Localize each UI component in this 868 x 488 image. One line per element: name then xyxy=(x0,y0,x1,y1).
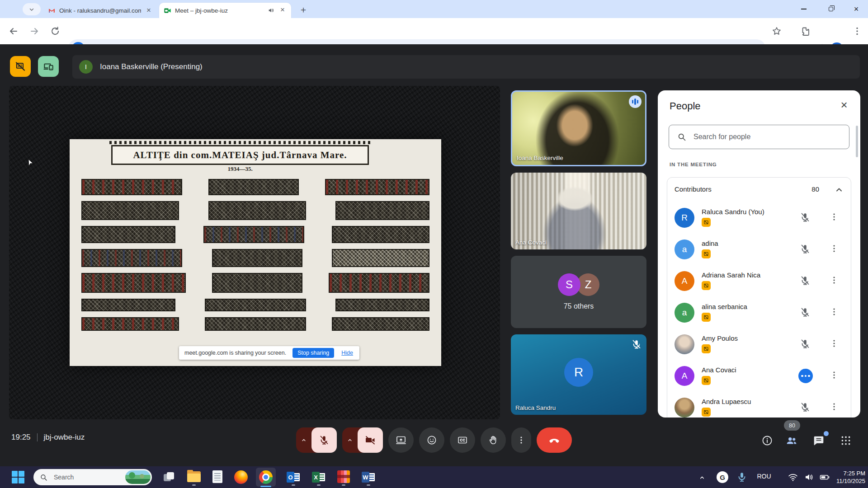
textile-row xyxy=(76,249,435,267)
chat-button[interactable] xyxy=(813,435,825,446)
tab-audio-icon[interactable] xyxy=(268,7,275,14)
window-restore-button[interactable] xyxy=(819,0,843,18)
tab-meet[interactable]: Meet – jbj-owbe-iuz × xyxy=(159,3,291,18)
browser-menu-button[interactable] xyxy=(852,26,863,37)
excel-icon[interactable]: X xyxy=(312,470,326,484)
extensions-icon[interactable] xyxy=(799,26,810,37)
taskbar-search[interactable]: Search xyxy=(33,469,152,485)
window-close-button[interactable]: × xyxy=(844,0,868,18)
hide-banner-link[interactable]: Hide xyxy=(341,350,353,356)
firefox-icon[interactable] xyxy=(234,470,248,484)
chrome-logo xyxy=(259,470,273,484)
raise-hand-button[interactable] xyxy=(481,427,506,453)
mic-options-chevron[interactable] xyxy=(296,427,311,453)
browser-toolbar: meet.google.com/jbj-owbe-iuz R xyxy=(0,18,868,44)
mouse-cursor xyxy=(26,158,35,167)
more-options-button[interactable] xyxy=(511,427,531,453)
reload-button[interactable] xyxy=(50,26,61,37)
people-search[interactable] xyxy=(669,125,849,149)
textile-strip xyxy=(205,299,306,311)
start-button[interactable] xyxy=(12,471,24,483)
screenshare-devices-button[interactable] xyxy=(38,56,59,77)
participant-menu-button[interactable] xyxy=(829,275,840,286)
group-label: Contributors xyxy=(675,185,712,193)
camera-off-button[interactable] xyxy=(358,427,383,453)
present-button[interactable] xyxy=(388,427,414,453)
battery-icon[interactable] xyxy=(819,472,830,483)
camera-off-icon xyxy=(365,435,376,446)
captions-button[interactable] xyxy=(450,427,475,453)
panel-scrollbar[interactable] xyxy=(856,126,858,157)
meeting-code: jbj-owbe-iuz xyxy=(44,433,85,442)
reactions-button[interactable] xyxy=(419,427,444,453)
forward-button[interactable] xyxy=(29,26,40,37)
word-icon[interactable]: W xyxy=(362,470,375,484)
tray-mic-icon[interactable] xyxy=(736,471,748,483)
participant-menu-button[interactable] xyxy=(829,402,840,413)
participant-menu-button[interactable] xyxy=(829,307,840,318)
g-app-tray-icon[interactable]: G xyxy=(717,471,728,483)
mic-off-button[interactable] xyxy=(311,427,337,453)
textile-strip xyxy=(81,249,182,267)
participant-menu-button[interactable] xyxy=(829,244,840,254)
textile-strip xyxy=(329,273,429,293)
volume-icon[interactable] xyxy=(804,472,815,483)
back-button[interactable] xyxy=(8,26,19,37)
textile-rows xyxy=(76,179,435,331)
winrar-icon[interactable] xyxy=(337,470,350,483)
file-explorer-icon[interactable] xyxy=(187,471,201,482)
end-call-button[interactable] xyxy=(537,427,572,453)
people-button[interactable] xyxy=(786,435,797,446)
captions-icon xyxy=(457,435,468,446)
participant-menu-button[interactable] xyxy=(829,370,840,381)
more-icon xyxy=(516,435,526,445)
outlook-icon[interactable]: O xyxy=(287,470,300,484)
group-count: 80 xyxy=(811,185,819,193)
textile-strip xyxy=(332,317,429,331)
task-view-button[interactable] xyxy=(164,472,175,482)
language-indicator[interactable]: ROU xyxy=(752,473,776,480)
chrome-icon-active[interactable] xyxy=(256,468,276,487)
contributors-group: Contributors 80 RRaluca Sandru (You)aadi… xyxy=(667,177,851,418)
video-tile-active-speaker[interactable]: Ioana Baskerville xyxy=(511,90,646,166)
meet-page: I Ioana Baskerville (Presenting) ALTIŢE … xyxy=(0,44,868,466)
collapse-chevron-icon[interactable] xyxy=(834,184,844,195)
present-icon xyxy=(396,435,406,446)
participant-row: Amy Poulos xyxy=(667,328,851,360)
avatar: A xyxy=(675,366,694,386)
notepad-icon[interactable] xyxy=(212,470,222,483)
apps-button[interactable] xyxy=(840,435,852,446)
participant-menu-button[interactable] xyxy=(829,338,840,349)
new-tab-button[interactable]: ＋ xyxy=(297,4,309,15)
windows-taskbar: Search O X W G ROU 7:25 PM 11/10/2025 xyxy=(0,466,868,488)
mic-off-icon xyxy=(631,339,642,350)
info-button[interactable] xyxy=(761,435,773,446)
video-tile-self[interactable]: R Raluca Sandru xyxy=(511,334,646,415)
close-icon[interactable]: × xyxy=(837,98,851,112)
weather-widget-image[interactable] xyxy=(125,470,151,484)
stop-sharing-button[interactable]: Stop sharing xyxy=(292,348,334,358)
taskbar-clock[interactable]: 7:25 PM 11/10/2025 xyxy=(832,469,865,485)
camera-options-chevron[interactable] xyxy=(342,427,358,453)
overflow-tile[interactable]: S Z 75 others xyxy=(511,256,646,328)
tray-date: 11/10/2025 xyxy=(832,477,865,485)
participant-menu-button[interactable] xyxy=(829,212,840,223)
people-search-input[interactable] xyxy=(693,133,849,141)
tray-expand-chevron[interactable] xyxy=(698,474,706,481)
tab-gmail[interactable]: Oink - raluksandru@gmail.com × xyxy=(43,3,157,18)
wifi-icon[interactable] xyxy=(788,472,798,483)
participant-name: Raluca Sandru (You) xyxy=(702,208,764,216)
participant-name: Andra Lupaescu xyxy=(702,398,751,405)
mosaic-off-button[interactable] xyxy=(10,56,31,77)
meet-controls xyxy=(296,427,572,453)
textile-strip xyxy=(81,317,179,331)
tile-name: Ana Covaci xyxy=(515,239,547,246)
tab-search-button[interactable] xyxy=(23,3,41,15)
tab-close-icon[interactable]: × xyxy=(145,7,153,15)
chat-notification-dot xyxy=(824,431,829,436)
window-minimize-button[interactable] xyxy=(792,0,816,18)
tab-close-icon[interactable]: × xyxy=(278,6,287,14)
bookmark-star-button[interactable] xyxy=(771,26,782,37)
presenter-avatar: I xyxy=(79,60,93,74)
video-tile[interactable]: Ana Covaci xyxy=(511,173,646,249)
